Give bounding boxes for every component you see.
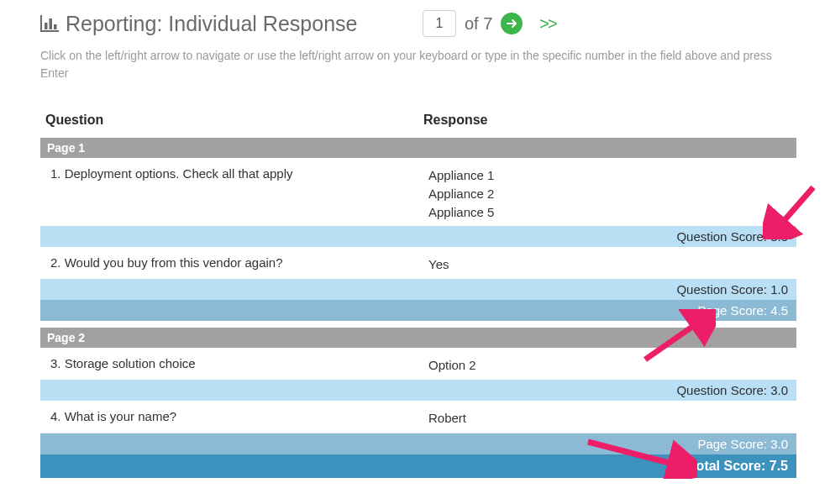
- page-title-text: Reporting: Individual Response: [66, 12, 357, 36]
- response-text: Appliance 1Appliance 2Appliance 5: [418, 158, 796, 226]
- total-score: Total Score: 7.5: [40, 454, 796, 478]
- page-title: Reporting: Individual Response: [40, 12, 423, 36]
- go-next-button[interactable]: [501, 13, 523, 34]
- page-score: Page Score: 4.5: [40, 300, 796, 321]
- response-table: Question Response Page 11. Deployment op…: [40, 106, 796, 478]
- question-text: 1. Deployment options. Check all that ap…: [40, 158, 418, 226]
- svg-rect-4: [54, 24, 57, 29]
- last-response-button[interactable]: >>: [536, 14, 559, 34]
- column-header-response: Response: [418, 106, 796, 138]
- bar-chart-icon: [40, 15, 59, 32]
- question-text: 3. Storage solution choice: [40, 348, 418, 380]
- response-navigator: of 7 >>: [423, 10, 559, 37]
- page-header: Page 1: [40, 138, 796, 158]
- arrow-right-icon: [506, 18, 517, 29]
- question-text: 2. Would you buy from this vendor again?: [40, 247, 418, 279]
- page-header: Page 2: [40, 328, 796, 348]
- response-total-label: of 7: [465, 14, 492, 34]
- response-text: Yes: [418, 247, 796, 279]
- question-score: Question Score: 3.0: [40, 380, 796, 401]
- response-text: Option 2: [418, 348, 796, 380]
- question-text: 4. What is your name?: [40, 401, 418, 433]
- response-text: Robert: [418, 401, 796, 433]
- svg-rect-2: [45, 23, 48, 29]
- response-number-input[interactable]: [423, 10, 456, 37]
- page-score: Page Score: 3.0: [40, 433, 796, 454]
- instructions-text: Click on the left/right arrow to navigat…: [40, 47, 796, 82]
- svg-rect-1: [40, 30, 59, 32]
- svg-rect-3: [50, 18, 53, 29]
- question-score: Question Score: 1.0: [40, 279, 796, 300]
- question-score: Question Score: 3.5: [40, 226, 796, 247]
- column-header-question: Question: [40, 106, 418, 138]
- svg-rect-0: [40, 15, 42, 32]
